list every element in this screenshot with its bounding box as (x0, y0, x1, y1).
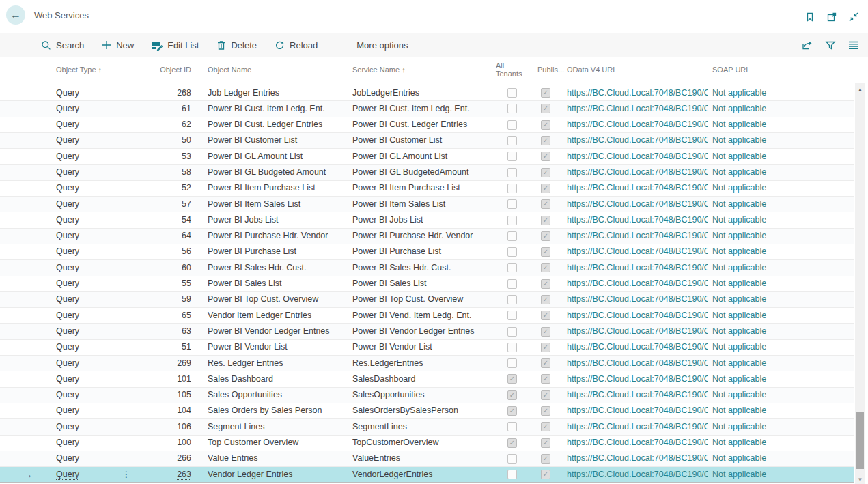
cell-object-name[interactable]: Power BI GL Amount List (191, 149, 352, 165)
cell-service-name[interactable]: Power BI Customer List (352, 132, 496, 148)
cell-object-id[interactable]: 56 (137, 244, 191, 259)
cell-odata-v4-url[interactable]: https://BC.Cloud.Local:7048/BC190/O... (563, 228, 708, 244)
column-header-object-name[interactable]: Object Name (191, 66, 352, 77)
cell-object-name[interactable]: Power BI Sales List (191, 276, 352, 291)
cell-service-name[interactable]: Res.LedgerEntries (352, 356, 496, 371)
cell-object-name[interactable]: Power BI Item Purchase List (191, 180, 352, 196)
cell-object-id[interactable]: 58 (137, 165, 191, 180)
table-row[interactable]: → Query ⋮ 263 Vendor Ledger Entries Vend… (0, 467, 854, 483)
published-checkbox[interactable]: ✓ (541, 311, 550, 320)
table-row[interactable]: → Query ⋮ 104 Sales Orders by Sales Pers… (0, 403, 854, 419)
search-button[interactable]: Search (41, 40, 84, 51)
table-row[interactable]: → Query ⋮ 64 Power BI Purchase Hdr. Vend… (0, 229, 854, 244)
published-checkbox[interactable]: ✓ (541, 152, 550, 161)
column-header-service-name[interactable]: Service Name ↑ (352, 66, 496, 77)
more-options-button[interactable]: More options (356, 40, 408, 51)
cell-soap-url[interactable]: Not applicable (708, 467, 854, 483)
cell-odata-v4-url[interactable]: https://BC.Cloud.Local:7048/BC190/O... (563, 403, 708, 418)
cell-object-id[interactable]: 51 (137, 339, 191, 355)
cell-object-name[interactable]: Power BI Purchase List (191, 244, 352, 259)
cell-service-name[interactable]: Power BI Top Cust. Overview (352, 291, 496, 307)
cell-odata-v4-url[interactable]: https://BC.Cloud.Local:7048/BC190/O... (563, 165, 708, 180)
cell-object-name[interactable]: Res. Ledger Entries (191, 356, 352, 371)
cell-object-id[interactable]: 57 (137, 197, 191, 212)
table-row[interactable]: → Query ⋮ 268 Job Ledger Entries JobLedg… (0, 85, 854, 101)
cell-object-id[interactable]: 65 (137, 308, 191, 324)
cell-object-type[interactable]: Query (56, 291, 116, 307)
cell-service-name[interactable]: JobLedgerEntries (352, 85, 496, 101)
cell-object-name[interactable]: Power BI GL Budgeted Amount (191, 165, 352, 180)
all-tenants-checkbox[interactable]: ✓ (507, 438, 517, 448)
all-tenants-checkbox[interactable] (507, 311, 517, 320)
table-row[interactable]: → Query ⋮ 65 Vendor Item Ledger Entries … (0, 308, 854, 324)
cell-service-name[interactable]: Power BI GL Amount List (352, 149, 496, 165)
cell-object-id[interactable]: 263 (137, 467, 191, 483)
table-row[interactable]: → Query ⋮ 105 Sales Opportunities SalesO… (0, 388, 854, 403)
new-button[interactable]: New (102, 40, 134, 51)
cell-object-name[interactable]: Power BI Vendor List (191, 339, 352, 355)
cell-object-type[interactable]: Query (56, 371, 116, 387)
choose-layout-icon[interactable] (848, 39, 860, 51)
cell-odata-v4-url[interactable]: https://BC.Cloud.Local:7048/BC190/O... (563, 308, 708, 324)
all-tenants-checkbox[interactable] (507, 327, 517, 337)
cell-service-name[interactable]: VendorLedgerEntries (352, 467, 496, 483)
cell-service-name[interactable]: Power BI Vend. Item Ledg. Ent. (352, 308, 496, 324)
cell-object-name[interactable]: Power BI Purchase Hdr. Vendor (191, 228, 352, 244)
all-tenants-checkbox[interactable] (507, 454, 517, 464)
column-header-all-tenants[interactable]: All Tenants (496, 61, 529, 81)
cell-object-type[interactable]: Query (56, 339, 116, 355)
cell-odata-v4-url[interactable]: https://BC.Cloud.Local:7048/BC190/O... (563, 387, 708, 403)
cell-object-id[interactable]: 59 (137, 291, 191, 307)
row-context-menu-icon[interactable]: ⋮ (116, 467, 137, 483)
published-checkbox[interactable]: ✓ (541, 454, 550, 464)
cell-object-id[interactable]: 54 (137, 212, 191, 228)
table-row[interactable]: → Query ⋮ 269 Res. Ledger Entries Res.Le… (0, 356, 854, 371)
column-header-object-id[interactable]: Object ID (137, 66, 191, 77)
cell-soap-url[interactable]: Not applicable (708, 212, 854, 228)
cell-service-name[interactable]: Power BI Sales List (352, 276, 496, 291)
cell-object-name[interactable]: Sales Dashboard (191, 371, 352, 387)
published-checkbox[interactable]: ✓ (541, 199, 550, 209)
cell-object-type[interactable]: Query (56, 403, 116, 418)
cell-object-type[interactable]: Query (56, 435, 116, 451)
cell-object-type[interactable]: Query (56, 324, 116, 339)
published-checkbox[interactable]: ✓ (541, 231, 550, 241)
table-row[interactable]: → Query ⋮ 52 Power BI Item Purchase List… (0, 181, 854, 197)
cell-soap-url[interactable]: Not applicable (708, 85, 854, 101)
cell-soap-url[interactable]: Not applicable (708, 180, 854, 196)
cell-object-id[interactable]: 60 (137, 260, 191, 276)
cell-object-type[interactable]: Query (56, 260, 116, 276)
cell-object-id[interactable]: 106 (137, 419, 191, 435)
published-checkbox[interactable]: ✓ (541, 184, 550, 193)
all-tenants-checkbox[interactable] (507, 279, 517, 289)
table-row[interactable]: → Query ⋮ 266 Value Entries ValueEntries… (0, 451, 854, 467)
cell-object-type[interactable]: Query (56, 197, 116, 212)
published-checkbox[interactable]: ✓ (541, 88, 550, 98)
cell-service-name[interactable]: SegmentLines (352, 419, 496, 435)
cell-odata-v4-url[interactable]: https://BC.Cloud.Local:7048/BC190/O... (563, 324, 708, 339)
published-checkbox[interactable]: ✓ (541, 390, 550, 400)
published-checkbox[interactable]: ✓ (541, 263, 550, 272)
cell-object-id[interactable]: 55 (137, 276, 191, 291)
cell-service-name[interactable]: Power BI Jobs List (352, 212, 496, 228)
cell-object-name[interactable]: Job Ledger Entries (191, 85, 352, 101)
cell-object-id[interactable]: 268 (137, 85, 191, 101)
table-row[interactable]: → Query ⋮ 53 Power BI GL Amount List Pow… (0, 149, 854, 165)
cell-object-id[interactable]: 50 (137, 132, 191, 148)
cell-odata-v4-url[interactable]: https://BC.Cloud.Local:7048/BC190/O... (563, 260, 708, 276)
bookmark-icon[interactable] (804, 11, 816, 23)
cell-object-name[interactable]: Value Entries (191, 451, 352, 466)
cell-service-name[interactable]: Power BI Vendor Ledger Entries (352, 324, 496, 339)
column-header-published[interactable]: Publis... (529, 66, 563, 77)
cell-odata-v4-url[interactable]: https://BC.Cloud.Local:7048/BC190/O... (563, 291, 708, 307)
cell-soap-url[interactable]: Not applicable (708, 228, 854, 244)
cell-object-id[interactable]: 101 (137, 371, 191, 387)
column-header-object-type[interactable]: Object Type ↑ (56, 66, 116, 77)
all-tenants-checkbox[interactable] (507, 358, 517, 368)
cell-object-id[interactable]: 64 (137, 228, 191, 244)
cell-soap-url[interactable]: Not applicable (708, 260, 854, 276)
published-checkbox[interactable]: ✓ (541, 279, 550, 289)
all-tenants-checkbox[interactable] (507, 104, 517, 113)
cell-service-name[interactable]: Power BI Purchase List (352, 244, 496, 259)
cell-odata-v4-url[interactable]: https://BC.Cloud.Local:7048/BC190/O... (563, 85, 708, 101)
